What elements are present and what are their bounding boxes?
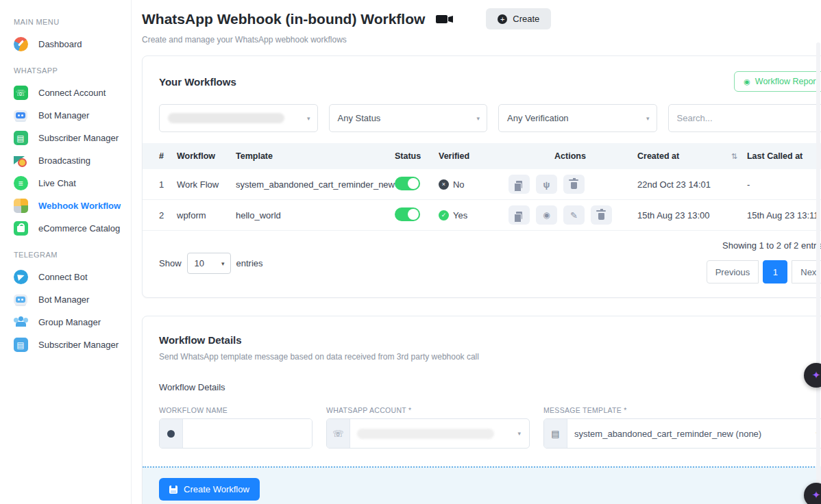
table-header: # Workflow Template Status Verified Acti… [143, 143, 821, 169]
search-input[interactable] [668, 104, 821, 132]
sort-icon[interactable]: ⇅ [731, 152, 737, 161]
trash-action-button[interactable] [591, 205, 612, 225]
workflow-report-label: Workflow Report [755, 77, 818, 86]
sidebar-item-bot-manager[interactable]: Bot Manager [12, 288, 131, 311]
sidebar-item-webhook-workflow[interactable]: Webhook Workflow [12, 194, 131, 217]
sidebar-item-ecommerce-catalog[interactable]: eCommerce Catalog [12, 217, 131, 240]
table-row: 2 wpform hello_world ✓Yes 15th Aug 23 13… [143, 200, 821, 231]
col-status: Status [395, 151, 439, 161]
sidebar-item-live-chat[interactable]: Live Chat [12, 172, 131, 194]
trash-icon [571, 182, 577, 189]
workflows-card: Your Workflows ◉ Workflow Report ▾ Any S… [142, 55, 821, 298]
details-card-footer: Create Workflow [143, 466, 821, 504]
verified-cell: ✓Yes [439, 210, 503, 220]
col-actions: Actions [503, 151, 637, 161]
table-footer: Show 10 ▾ entries Showing 1 to 2 of 2 en… [143, 231, 821, 297]
actions-cell [503, 175, 637, 194]
template-icon [544, 419, 567, 448]
sidebar-item-dashboard[interactable]: Dashboard [12, 33, 131, 55]
eye-icon [543, 210, 550, 220]
copy-action-button[interactable] [508, 175, 530, 194]
create-workflow-button[interactable]: Create Workflow [159, 478, 260, 501]
whatsapp-account-select[interactable]: ▾ [326, 418, 530, 449]
chevron-down-icon: ▾ [476, 115, 480, 122]
status-toggle[interactable] [395, 177, 420, 190]
showing-summary: Showing 1 to 2 of 2 entries [722, 240, 821, 251]
created-at: 15th Aug 23 13:00 [637, 210, 747, 220]
sidebar-item-label: Webhook Workflow [38, 201, 121, 211]
edit-action-button[interactable] [563, 205, 585, 225]
sidebar-item-connect-bot[interactable]: Connect Bot [12, 266, 131, 288]
status-toggle[interactable] [395, 207, 420, 221]
page-1-button[interactable]: 1 [763, 260, 787, 284]
account-filter-select[interactable]: ▾ [159, 104, 318, 132]
sidebar-item-label: Connect Bot [38, 272, 88, 282]
workflow-report-button[interactable]: ◉ Workflow Report [734, 71, 821, 92]
copy-icon [516, 181, 522, 188]
sidebar-section-header: MAIN MENU [14, 18, 131, 26]
sidebar-item-label: Dashboard [38, 39, 82, 49]
sidebar-item-label: Live Chat [38, 178, 76, 188]
plug-icon [543, 179, 550, 190]
main-content: WhatsApp Webhook (in-bound) Workflow + C… [132, 0, 821, 504]
redacted-whatsapp-account [357, 429, 494, 439]
sidebar-item-group-manager[interactable]: Group Manager [12, 311, 131, 333]
entries-label: entries [236, 258, 263, 268]
video-tutorial-icon[interactable] [436, 15, 448, 23]
plus-icon: + [498, 14, 507, 24]
chat-icon [12, 175, 29, 192]
trash-action-button[interactable] [563, 175, 585, 194]
actions-cell [503, 205, 637, 225]
status-filter-select[interactable]: Any Status ▾ [329, 104, 488, 132]
plug-action-button[interactable] [536, 175, 557, 194]
col-verified: Verified [439, 151, 503, 161]
edit-icon [570, 210, 578, 220]
row-number: 2 [159, 210, 177, 220]
table-body: 1 Work Flow system_abandoned_cart_remind… [143, 169, 821, 231]
details-section-label: Workflow Details [159, 382, 821, 392]
page-subtitle: Create and manage your WhatsApp webhook … [142, 35, 821, 45]
verification-filter-select[interactable]: Any Verification ▾ [498, 104, 657, 132]
eye-icon: ◉ [744, 77, 750, 86]
sidebar-item-label: Subscriber Manager [38, 133, 119, 143]
wa-icon [12, 85, 29, 101]
sidebar-item-connect-account[interactable]: Connect Account [12, 81, 131, 104]
status-filter-value: Any Status [338, 113, 381, 123]
col-created[interactable]: Created at ⇅ [637, 151, 747, 161]
message-template-value: system_abandoned_cart_reminder_new (none… [567, 419, 816, 448]
last-called-at: - [747, 179, 821, 190]
verified-no-icon: × [439, 179, 449, 190]
previous-page-button[interactable]: Previous [707, 260, 759, 284]
chevron-down-icon: ▾ [517, 430, 521, 437]
copy-action-button[interactable] [508, 205, 530, 225]
col-workflow: Workflow [177, 151, 236, 161]
sidebar-item-subscriber-manager[interactable]: Subscriber Manager [12, 127, 131, 149]
page-size-select[interactable]: 10 ▾ [187, 253, 231, 274]
workflow-details-card: Workflow Details Send WhatsApp template … [142, 316, 821, 504]
scrollbar[interactable] [816, 42, 820, 504]
dashboard-icon [12, 36, 29, 53]
subs-tg-icon [12, 337, 29, 353]
last-called-at: 15th Aug 23 13:11 [747, 210, 821, 220]
message-template-select[interactable]: system_abandoned_cart_reminder_new (none… [543, 418, 821, 449]
sidebar-item-label: eCommerce Catalog [38, 223, 120, 234]
sidebar-item-subscriber-manager[interactable]: Subscriber Manager [12, 333, 131, 356]
people-icon [12, 314, 29, 331]
page-size-value: 10 [195, 258, 204, 268]
robot-tg-icon [12, 292, 29, 308]
redacted-account-value [168, 113, 284, 123]
sidebar-item-label: Bot Manager [38, 294, 89, 305]
verified-cell: ×No [439, 179, 503, 190]
sidebar: MAIN MENUDashboardWHATSAPPConnect Accoun… [0, 0, 132, 504]
created-at: 22nd Oct 23 14:01 [637, 179, 747, 190]
eye-action-button[interactable] [536, 205, 557, 225]
page-title: WhatsApp Webhook (in-bound) Workflow [142, 11, 425, 27]
app-root: MAIN MENUDashboardWHATSAPPConnect Accoun… [0, 0, 821, 504]
sidebar-item-broadcasting[interactable]: Broadcasting [12, 149, 131, 172]
workflow-name-icon [160, 419, 183, 448]
template-name: hello_world [236, 210, 395, 220]
page-header: WhatsApp Webhook (in-bound) Workflow + C… [142, 8, 821, 29]
sidebar-item-bot-manager[interactable]: Bot Manager [12, 104, 131, 127]
create-button[interactable]: + Create [486, 8, 551, 29]
workflow-name-input[interactable] [183, 419, 313, 448]
